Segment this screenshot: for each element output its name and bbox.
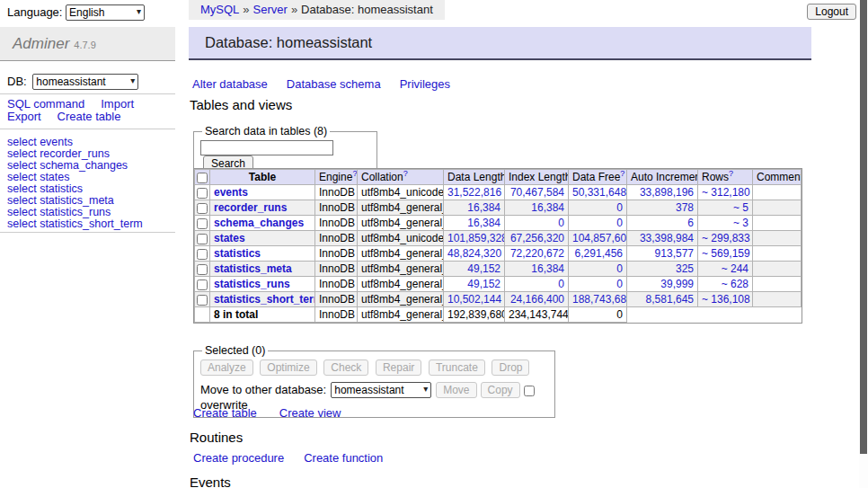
row-checkbox[interactable] <box>197 203 208 214</box>
collation-cell: utf8mb4_unicode_ci <box>358 231 444 246</box>
table-row: schema_changes InnoDB utf8mb4_general_ci… <box>195 216 802 231</box>
table-link[interactable]: states <box>214 232 245 244</box>
index-length-cell: 70,467,584 <box>505 185 569 200</box>
data-free-cell: 104,857,600 <box>569 231 627 246</box>
engine-cell: InnoDB <box>315 231 358 246</box>
collation-cell: utf8mb4_general_ci <box>358 216 444 231</box>
table-link[interactable]: recorder_runs <box>214 201 287 214</box>
data-length-cell: 49,152 <box>444 277 505 292</box>
table-link[interactable]: statistics_runs <box>214 278 290 290</box>
language-select[interactable]: English <box>66 4 145 21</box>
create-view-link[interactable]: Create view <box>279 406 341 420</box>
rows-count-link[interactable]: ~ 136,108 <box>702 293 750 306</box>
data-length-cell: 16,384 <box>444 200 505 216</box>
row-checkbox[interactable] <box>197 295 208 306</box>
table-link[interactable]: statistics_meta <box>214 262 292 275</box>
header-label: Collation <box>361 171 403 183</box>
overwrite-checkbox[interactable] <box>524 386 535 396</box>
column-header-collation: Collation? <box>358 170 444 185</box>
create-table-sidebar-link[interactable]: Create table <box>58 110 121 123</box>
repair-button[interactable]: Repair <box>376 359 421 376</box>
data-length-total: 192,839,680 <box>444 307 505 323</box>
breadcrumb-separator: » <box>243 3 249 16</box>
move-database-select[interactable]: homeassistant <box>331 382 431 398</box>
scrollbar-thumb[interactable] <box>860 0 867 454</box>
row-checkbox[interactable] <box>197 234 208 244</box>
auto-increment-cell: 8,581,645 <box>627 292 698 307</box>
column-header-table: Table <box>210 170 315 185</box>
adminer-logo-link[interactable]: Adminer <box>13 35 69 52</box>
check-button[interactable]: Check <box>323 359 368 376</box>
export-link[interactable]: Export <box>7 110 41 123</box>
sql-command-link[interactable]: SQL command <box>7 97 84 111</box>
alter-database-link[interactable]: Alter database <box>192 77 268 91</box>
move-button[interactable]: Move <box>436 382 476 398</box>
breadcrumb-mysql-link[interactable]: MySQL <box>200 3 239 16</box>
collation-cell: utf8mb4_general_ci <box>358 262 444 277</box>
copy-button[interactable]: Copy <box>481 382 520 398</box>
table-row: statistics InnoDB utf8mb4_general_ci 48,… <box>195 246 802 262</box>
row-checkbox[interactable] <box>197 279 208 290</box>
comment-cell <box>753 231 802 246</box>
scrollbar-track[interactable] <box>859 0 868 488</box>
engine-cell: InnoDB <box>315 246 358 262</box>
data-length-cell: 49,152 <box>444 262 505 277</box>
help-link[interactable]: ? <box>729 170 733 178</box>
row-checkbox[interactable] <box>197 264 208 275</box>
truncate-button[interactable]: Truncate <box>429 359 485 376</box>
rows-count-cell: ~ 312,180 <box>698 185 753 200</box>
table-header-row: Table Engine? Collation? Data Length? In… <box>195 170 802 185</box>
help-link[interactable]: ? <box>620 170 624 178</box>
database-schema-link[interactable]: Database schema <box>287 77 381 91</box>
data-free-cell: 50,331,648 <box>569 185 627 200</box>
rows-count-link[interactable]: ~ 3 <box>733 217 748 229</box>
header-label: Auto Increment <box>631 171 698 183</box>
privileges-link[interactable]: Privileges <box>400 77 450 91</box>
engine-cell: InnoDB <box>315 307 358 323</box>
rows-count-link[interactable]: ~ 244 <box>722 262 748 275</box>
drop-button[interactable]: Drop <box>492 359 529 376</box>
row-checkbox[interactable] <box>197 249 208 260</box>
table-link[interactable]: schema_changes <box>214 217 304 229</box>
rows-count-link[interactable]: ~ 5 <box>733 201 748 214</box>
logout-button[interactable]: Logout <box>807 4 856 20</box>
sidebar-divider <box>0 93 175 94</box>
select-all-checkbox[interactable] <box>197 173 208 183</box>
breadcrumb-server-link[interactable]: Server <box>253 3 288 16</box>
db-select[interactable]: homeassistant <box>32 74 138 90</box>
help-link[interactable]: ? <box>403 170 408 178</box>
rows-count-link[interactable]: ~ 628 <box>722 278 748 290</box>
import-link[interactable]: Import <box>101 97 134 111</box>
rows-count-cell: ~ 3 <box>698 216 753 231</box>
routine-links-row: Create procedureCreate function <box>193 451 403 465</box>
breadcrumb-separator: » <box>291 3 297 16</box>
breadcrumb: MySQL»Server»Database: homeassistant <box>189 0 445 20</box>
events-heading: Events <box>190 475 231 488</box>
table-link[interactable]: statistics <box>214 247 261 260</box>
rows-count-link[interactable]: ~ 312,180 <box>702 186 750 199</box>
help-link[interactable]: ? <box>352 170 357 178</box>
sidebar-item-select-statistics-short-term[interactable]: select statistics_short_term <box>7 218 143 230</box>
create-table-link[interactable]: Create table <box>193 406 257 420</box>
row-checkbox[interactable] <box>197 218 208 229</box>
create-function-link[interactable]: Create function <box>304 451 383 465</box>
header-label: Data Free <box>572 171 620 183</box>
search-input[interactable] <box>200 140 333 155</box>
row-checkbox[interactable] <box>197 188 208 199</box>
table-link[interactable]: events <box>214 186 248 199</box>
comment-cell <box>753 185 802 200</box>
analyze-button[interactable]: Analyze <box>200 359 253 376</box>
rows-count-link[interactable]: ~ 299,833 <box>702 232 750 244</box>
optimize-button[interactable]: Optimize <box>260 359 316 376</box>
language-row: Language: English ▾ <box>7 4 145 21</box>
collation-cell: utf8mb4_general_ci <box>358 246 444 262</box>
rows-count-link[interactable]: ~ 569,159 <box>702 247 750 260</box>
table-link[interactable]: statistics_short_term <box>214 293 315 306</box>
tables-list: Table Engine? Collation? Data Length? In… <box>194 169 802 323</box>
column-header-comment: Comment? <box>753 170 802 185</box>
data-free-cell: 0 <box>569 277 627 292</box>
create-procedure-link[interactable]: Create procedure <box>193 451 284 465</box>
auto-increment-cell: 33,398,984 <box>627 231 698 246</box>
index-length-cell: 24,166,400 <box>505 292 569 307</box>
auto-increment-cell: 325 <box>627 262 698 277</box>
